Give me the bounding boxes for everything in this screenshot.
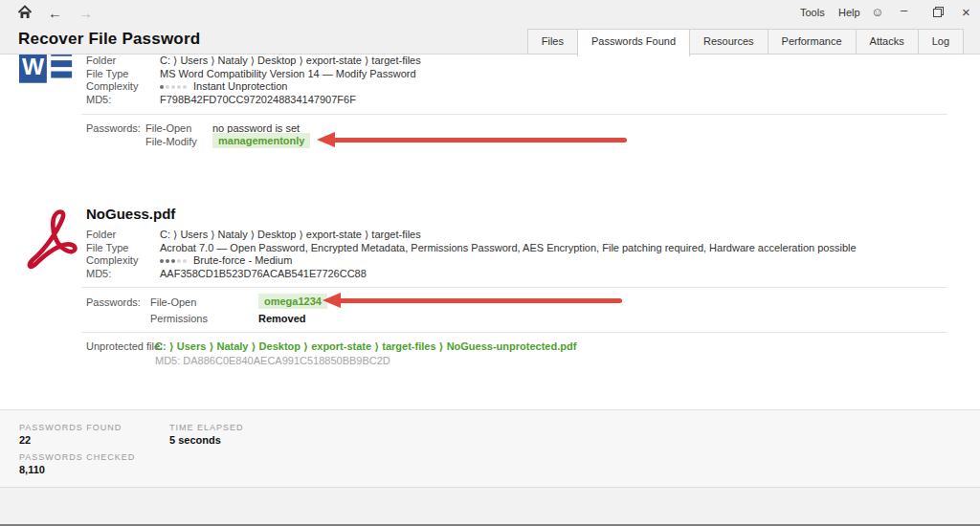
md5-label: MD5: bbox=[86, 94, 111, 105]
md5-label: MD5: bbox=[86, 268, 111, 279]
footer-toolbar: Print Save Job RESUME ATTACKS SAVE REPOR… bbox=[0, 487, 980, 526]
back-icon[interactable]: ← bbox=[48, 5, 62, 21]
complexity-value: Instant Unprotection bbox=[160, 80, 287, 92]
highlight-arrow bbox=[317, 132, 627, 148]
unprotected-file-path[interactable]: C: ⟩ Users ⟩ Nataly ⟩ Desktop ⟩ export-s… bbox=[155, 340, 576, 353]
password-type: File-Modify bbox=[145, 136, 197, 147]
complexity-label: Complexity bbox=[86, 80, 138, 92]
found-password-badge[interactable]: managementonly bbox=[212, 133, 310, 148]
file-type-label: File Type bbox=[86, 242, 128, 253]
home-icon[interactable] bbox=[17, 5, 33, 20]
ms-word-icon: W bbox=[19, 55, 73, 90]
stats-bar: PASSWORDS FOUND 22 TIME ELAPSED 5 second… bbox=[0, 409, 980, 487]
tab-attacks[interactable]: Attacks bbox=[856, 29, 919, 55]
tab-performance[interactable]: Performance bbox=[768, 29, 857, 55]
time-elapsed-value: 5 seconds bbox=[169, 434, 221, 446]
tab-resources[interactable]: Resources bbox=[689, 29, 768, 55]
complexity-label: Complexity bbox=[86, 254, 138, 266]
file-type-value: Acrobat 7.0 — Open Password, Encrypted M… bbox=[160, 242, 857, 253]
tab-bar: Files Passwords Found Resources Performa… bbox=[528, 29, 964, 56]
adobe-pdf-icon bbox=[26, 203, 79, 275]
file-type-label: File Type bbox=[86, 68, 128, 79]
forward-icon: → bbox=[78, 5, 93, 21]
page-title: Recover File Password bbox=[18, 30, 200, 49]
passwords-checked-value: 8,110 bbox=[19, 464, 45, 475]
folder-label: Folder bbox=[86, 229, 116, 240]
folder-value: C: ⟩ Users ⟩ Nataly ⟩ Desktop ⟩ export-s… bbox=[160, 55, 421, 67]
found-password-badge[interactable]: omega1234 bbox=[258, 294, 327, 309]
passwords-checked-label: PASSWORDS CHECKED bbox=[19, 452, 135, 462]
feedback-smiley-icon[interactable]: ☺ bbox=[871, 5, 883, 19]
unprotected-file-md5: MD5: DA886C0E840AECA991C518850BB9BC2D bbox=[155, 355, 390, 366]
section-divider bbox=[81, 332, 947, 333]
section-divider bbox=[81, 287, 947, 288]
complexity-value: Brute-force - Medium bbox=[160, 254, 292, 266]
file-type-value: MS Word Compatibility Version 14 — Modif… bbox=[160, 68, 416, 79]
password-type: Permissions bbox=[150, 313, 208, 324]
md5-value: AAF358CD1B523D76ACAB541E7726CC88 bbox=[160, 268, 367, 279]
results-panel: W Folder C: ⟩ Users ⟩ Nataly ⟩ Desktop ⟩… bbox=[0, 55, 980, 409]
passwords-found-value: 22 bbox=[19, 434, 31, 446]
folder-value: C: ⟩ Users ⟩ Nataly ⟩ Desktop ⟩ export-s… bbox=[160, 229, 421, 241]
minimize-button[interactable]: – bbox=[901, 3, 907, 17]
tab-files[interactable]: Files bbox=[527, 29, 578, 55]
md5-value: F798B42FD70CC9720248834147907F6F bbox=[160, 94, 356, 105]
complexity-dots bbox=[160, 254, 189, 266]
password-type: File-Open bbox=[150, 296, 196, 308]
file-name: NoGuess.pdf bbox=[86, 206, 175, 222]
passwords-label: Passwords: bbox=[86, 296, 141, 308]
password-type: File-Open bbox=[145, 122, 191, 134]
tab-log[interactable]: Log bbox=[918, 29, 964, 55]
title-bar: ← → Tools Help ☺ – × bbox=[0, 0, 980, 26]
tools-menu[interactable]: Tools bbox=[800, 7, 825, 18]
app-window: ← → Tools Help ☺ – × Recover File Passwo… bbox=[0, 0, 980, 526]
restore-button[interactable] bbox=[933, 7, 944, 17]
passwords-found-label: PASSWORDS FOUND bbox=[19, 423, 122, 432]
permissions-value: Removed bbox=[258, 313, 306, 324]
highlight-arrow bbox=[323, 293, 622, 309]
passwords-label: Passwords: bbox=[86, 122, 141, 134]
unprotected-file-label: Unprotected file: bbox=[86, 340, 163, 352]
complexity-dots bbox=[160, 80, 189, 92]
tab-passwords-found[interactable]: Passwords Found bbox=[577, 29, 690, 56]
section-divider bbox=[81, 114, 947, 115]
folder-label: Folder bbox=[86, 55, 116, 66]
time-elapsed-label: TIME ELAPSED bbox=[169, 423, 244, 432]
close-button[interactable]: × bbox=[962, 4, 970, 20]
svg-text:W: W bbox=[22, 55, 45, 79]
help-menu[interactable]: Help bbox=[838, 7, 860, 18]
